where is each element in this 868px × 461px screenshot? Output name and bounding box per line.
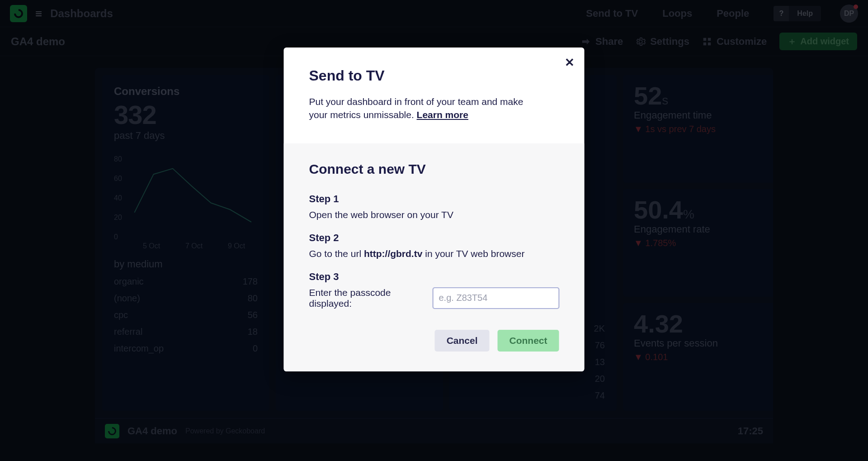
cancel-button[interactable]: Cancel xyxy=(435,330,490,352)
close-button[interactable]: ✕ xyxy=(565,56,575,70)
close-icon: ✕ xyxy=(565,56,575,69)
passcode-input[interactable] xyxy=(433,288,559,309)
send-to-tv-modal: ✕ Send to TV Put your dashboard in front… xyxy=(284,48,585,371)
passcode-prompt: Enter the passcode displayed: xyxy=(309,287,422,309)
step3-label: Step 3 xyxy=(309,271,559,283)
modal-title: Send to TV xyxy=(309,67,559,84)
step2-label: Step 2 xyxy=(309,232,559,244)
step1-label: Step 1 xyxy=(309,193,559,205)
learn-more-link[interactable]: Learn more xyxy=(417,109,468,120)
connect-title: Connect a new TV xyxy=(309,162,559,177)
step1-text: Open the web browser on your TV xyxy=(309,209,559,220)
connect-button[interactable]: Connect xyxy=(498,330,559,352)
tv-url: http://gbrd.tv xyxy=(364,248,422,259)
step2-text: Go to the url http://gbrd.tv in your TV … xyxy=(309,248,559,259)
modal-description: Put your dashboard in front of your team… xyxy=(309,95,544,122)
